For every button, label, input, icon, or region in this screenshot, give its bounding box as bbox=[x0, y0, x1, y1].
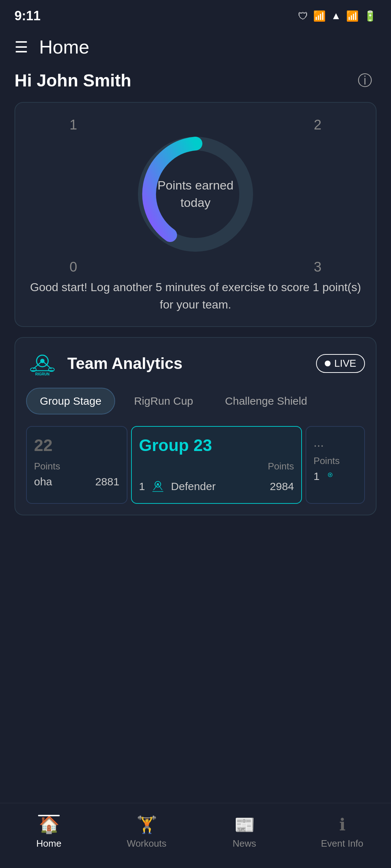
donut-center-text: Points earned today bbox=[157, 177, 234, 211]
workouts-icon: 🏋 bbox=[136, 815, 157, 834]
donut-chart-area: Points earned today bbox=[26, 125, 365, 263]
group-right-team-logo bbox=[325, 471, 336, 482]
chart-num-top-right: 2 bbox=[314, 117, 321, 133]
donut-center-labels: Points earned today bbox=[26, 125, 365, 263]
nav-news-label: News bbox=[232, 838, 256, 849]
status-icons: 🛡 📶 ▲ 📶 🔋 bbox=[298, 10, 377, 22]
bottom-nav: 🏠 Home 🏋 Workouts 📰 News ℹ Event Info bbox=[0, 803, 391, 868]
main-content: Hi John Smith ⓘ 1 2 bbox=[0, 65, 391, 519]
greeting-text: Hi John Smith bbox=[14, 71, 131, 90]
group-22-team-name: oha bbox=[34, 476, 90, 488]
signal-icon: 📶 bbox=[346, 10, 359, 22]
group-22-team-points: 2881 bbox=[95, 476, 119, 488]
group-23-team-points: 2984 bbox=[270, 480, 294, 493]
tab-rigrun-cup[interactable]: RigRun Cup bbox=[121, 388, 206, 414]
battery-icon: 🔋 bbox=[364, 10, 377, 22]
status-time: 9:11 bbox=[14, 8, 41, 24]
group-22-label: 22 bbox=[34, 435, 119, 455]
sim-icon: 📶 bbox=[313, 10, 326, 22]
nav-home-label: Home bbox=[36, 838, 61, 849]
chart-bottom-numbers: 0 3 bbox=[26, 259, 365, 275]
analytics-header: RIGRUN Team Analytics LIVE bbox=[26, 351, 365, 376]
analytics-tabs: Group Stage RigRun Cup Challenge Shield bbox=[26, 388, 365, 414]
group-23-team-logo bbox=[150, 478, 166, 494]
nav-news[interactable]: 📰 News bbox=[196, 815, 293, 849]
info-button[interactable]: ⓘ bbox=[353, 69, 377, 92]
analytics-card: RIGRUN Team Analytics LIVE Group Stage R… bbox=[14, 337, 377, 515]
page-title: Home bbox=[39, 36, 89, 58]
svg-text:RIGRUN: RIGRUN bbox=[35, 372, 49, 376]
group-23-points-label: Points bbox=[268, 461, 294, 472]
rigrun-logo-svg: RIGRUN bbox=[26, 351, 59, 376]
shield-icon: 🛡 bbox=[298, 10, 308, 22]
group-23-team-row: 1 Defender 2984 bbox=[139, 478, 294, 494]
chart-top-numbers: 1 2 bbox=[26, 117, 365, 133]
chart-num-bottom-left: 0 bbox=[70, 259, 77, 275]
event-info-icon: ℹ bbox=[339, 815, 345, 834]
points-card: 1 2 Points earned bbox=[14, 102, 377, 327]
nav-workouts[interactable]: 🏋 Workouts bbox=[98, 815, 196, 849]
group-card-right: ... Points 1 bbox=[306, 426, 365, 504]
status-bar: 9:11 🛡 📶 ▲ 📶 🔋 bbox=[0, 0, 391, 29]
home-active-indicator bbox=[38, 815, 60, 816]
rigrun-logo: RIGRUN bbox=[26, 351, 59, 376]
group-23-rank: 1 bbox=[139, 480, 145, 493]
groups-row: 22 Points oha 2881 Group 23 Points bbox=[26, 426, 365, 504]
motivation-text: Good start! Log another 5 minutes of exe… bbox=[26, 278, 365, 313]
chart-num-bottom-right: 3 bbox=[314, 259, 321, 275]
group-22-team-row: oha 2881 bbox=[34, 476, 119, 488]
wifi-icon: ▲ bbox=[331, 10, 341, 22]
group-23-team-name: Defender bbox=[171, 480, 265, 493]
news-icon: 📰 bbox=[234, 815, 255, 834]
svg-point-15 bbox=[329, 474, 331, 476]
nav-workouts-label: Workouts bbox=[127, 838, 166, 849]
home-icon: 🏠 bbox=[39, 815, 59, 834]
group-23-title: Group 23 bbox=[139, 435, 294, 455]
live-badge: LIVE bbox=[316, 354, 365, 373]
live-dot bbox=[325, 361, 331, 366]
nav-event-info[interactable]: ℹ Event Info bbox=[293, 815, 391, 849]
greeting-row: Hi John Smith ⓘ bbox=[14, 69, 377, 92]
header: ☰ Home bbox=[0, 29, 391, 65]
tab-challenge-shield[interactable]: Challenge Shield bbox=[212, 388, 320, 414]
menu-icon[interactable]: ☰ bbox=[14, 38, 28, 56]
nav-home[interactable]: 🏠 Home bbox=[0, 815, 98, 849]
live-label: LIVE bbox=[334, 358, 356, 369]
group-card-23: Group 23 Points 1 Def bbox=[131, 426, 302, 504]
group-card-22: 22 Points oha 2881 bbox=[26, 426, 127, 504]
group-right-team-row: 1 bbox=[314, 470, 357, 482]
group-right-points-label: Points bbox=[314, 455, 357, 467]
chart-num-top-left: 1 bbox=[70, 117, 77, 133]
group-22-points-label: Points bbox=[34, 461, 119, 472]
analytics-title: Team Analytics bbox=[67, 354, 316, 373]
nav-event-info-label: Event Info bbox=[321, 838, 363, 849]
tab-group-stage[interactable]: Group Stage bbox=[26, 388, 115, 414]
group-right-rank: 1 bbox=[314, 470, 320, 482]
